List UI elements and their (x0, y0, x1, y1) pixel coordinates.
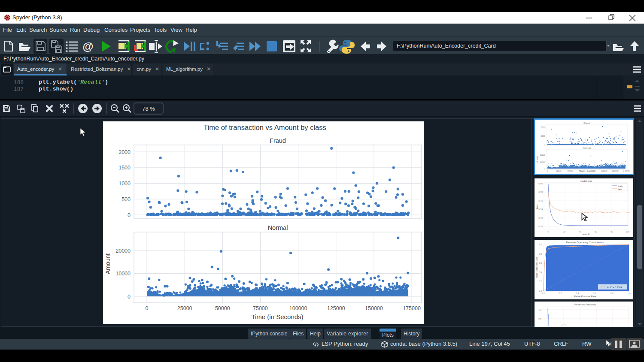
svg-text:50000: 50000 (568, 170, 573, 172)
svg-text:1500: 1500 (118, 165, 131, 171)
svg-text:75000: 75000 (253, 305, 268, 311)
svg-text:model loss: model loss (580, 180, 592, 182)
svg-text:20000: 20000 (115, 248, 131, 254)
svg-text:2000: 2000 (118, 149, 131, 155)
svg-text:0: 0 (548, 230, 549, 233)
svg-text:0.70: 0.70 (538, 225, 543, 228)
svg-text:train: train (618, 185, 623, 187)
svg-text:Fraud: Fraud (270, 137, 286, 144)
svg-text:test: test (618, 188, 622, 190)
svg-text:60: 60 (595, 230, 597, 233)
svg-text:80: 80 (611, 230, 613, 233)
svg-text:AUC = 0.9504: AUC = 0.9504 (607, 286, 622, 289)
svg-text:1.0: 1.0 (538, 308, 541, 311)
svg-text:175000: 175000 (623, 170, 630, 172)
svg-text:125000: 125000 (601, 170, 608, 172)
svg-text:500: 500 (122, 196, 131, 202)
svg-text:78 %: 78 % (142, 106, 155, 112)
svg-text:0: 0 (128, 294, 131, 300)
svg-text:20000: 20000 (540, 154, 545, 156)
svg-text:100000: 100000 (289, 305, 307, 311)
svg-text:0.72: 0.72 (538, 217, 543, 219)
svg-text:10000: 10000 (540, 161, 545, 163)
svg-text:0.78: 0.78 (538, 191, 543, 193)
svg-text:Time of transaction vs Amount: Time of transaction vs Amount by class (204, 124, 326, 131)
svg-text:0: 0 (146, 305, 149, 311)
svg-text:0.80: 0.80 (538, 182, 543, 185)
svg-text:@: @ (82, 40, 93, 53)
svg-text:0.8: 0.8 (538, 317, 541, 320)
svg-text:125000: 125000 (327, 305, 345, 311)
svg-text:Time (in Seconds): Time (in Seconds) (251, 313, 303, 320)
svg-text:0: 0 (128, 212, 131, 218)
svg-text:175000: 175000 (403, 305, 421, 311)
svg-text:1.0: 1.0 (539, 243, 542, 246)
svg-text:Receiver Operating Characteris: Receiver Operating Characteristic (566, 241, 605, 244)
svg-text:25000: 25000 (556, 170, 562, 172)
svg-text:75000: 75000 (579, 170, 584, 172)
svg-text:0.8: 0.8 (539, 253, 542, 255)
svg-text:False Positive Rate: False Positive Rate (574, 295, 596, 298)
svg-text:0.2: 0.2 (539, 280, 542, 283)
svg-text:0.74: 0.74 (538, 208, 543, 211)
svg-text:0.6: 0.6 (539, 262, 542, 264)
svg-text:loss: loss (536, 205, 538, 209)
svg-text:2000: 2000 (541, 127, 546, 129)
svg-text:0.0: 0.0 (542, 292, 545, 295)
svg-text:40: 40 (579, 230, 581, 233)
svg-text:150000: 150000 (612, 170, 619, 172)
svg-text:0.4: 0.4 (576, 292, 579, 295)
svg-text:0.6: 0.6 (593, 292, 596, 295)
svg-text:Normal: Normal (583, 147, 591, 149)
svg-text:Recall vs Precision: Recall vs Precision (574, 303, 596, 306)
svg-text:0.76: 0.76 (538, 199, 543, 202)
svg-text:1000: 1000 (118, 181, 131, 187)
svg-text:0.2: 0.2 (559, 292, 562, 295)
svg-text:20: 20 (563, 230, 565, 233)
svg-text:10000: 10000 (115, 271, 131, 277)
svg-text:0.4: 0.4 (539, 271, 542, 274)
svg-text:Normal: Normal (268, 224, 288, 231)
svg-text:Fraud: Fraud (583, 122, 590, 124)
svg-text:True Positive Rate: True Positive Rate (535, 257, 538, 278)
svg-text:Amount: Amount (536, 155, 538, 162)
svg-text:25000: 25000 (177, 305, 192, 311)
svg-text:100000: 100000 (589, 170, 596, 172)
svg-text:150000: 150000 (365, 305, 383, 311)
svg-text:Amount: Amount (104, 253, 111, 274)
svg-text:1.0: 1.0 (628, 292, 631, 295)
svg-text:50000: 50000 (215, 305, 230, 311)
svg-text:1000: 1000 (541, 135, 546, 137)
svg-text:epoch: epoch (583, 233, 589, 235)
svg-text:0.8: 0.8 (611, 292, 614, 295)
svg-text:100: 100 (626, 230, 630, 233)
